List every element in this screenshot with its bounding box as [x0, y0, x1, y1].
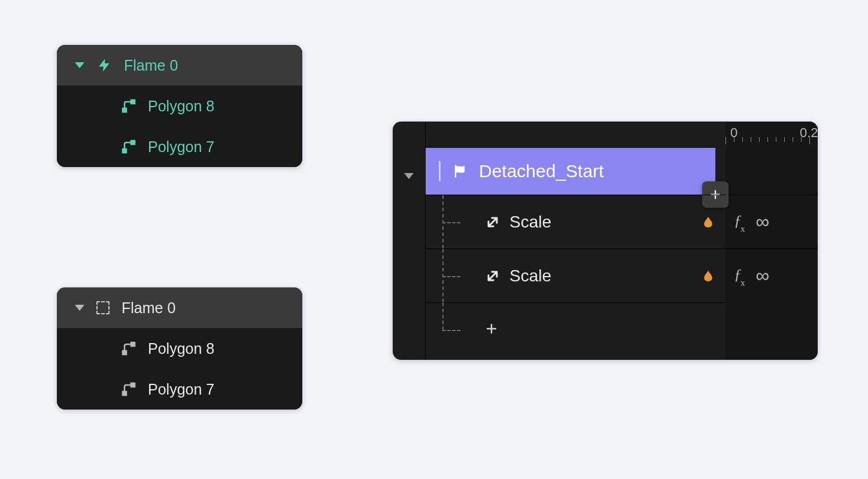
- svg-rect-5: [131, 342, 135, 346]
- timeline-panel: Detached_Start Scale: [393, 122, 818, 360]
- svg-rect-6: [123, 392, 126, 395]
- scale-arrow-icon: [484, 214, 501, 231]
- caret-down-icon[interactable]: [404, 173, 414, 179]
- track-marker-icon: [439, 161, 441, 181]
- property-controls: ƒx ∞: [726, 248, 818, 302]
- flag-icon: [451, 163, 468, 180]
- svg-rect-3: [131, 141, 135, 144]
- svg-rect-4: [123, 351, 126, 354]
- polygon-icon: [122, 382, 136, 396]
- property-row[interactable]: Scale: [426, 248, 726, 302]
- svg-rect-2: [123, 149, 126, 153]
- polygon-icon: [122, 99, 136, 113]
- hierarchy-child-row[interactable]: Polygon 8: [57, 328, 302, 369]
- tree-line: [426, 195, 484, 248]
- infinity-icon[interactable]: ∞: [756, 265, 770, 287]
- hierarchy-child-label: Polygon 7: [148, 138, 214, 156]
- ruler-ticks: [726, 137, 818, 144]
- hierarchy-child-row[interactable]: Polygon 7: [57, 369, 302, 410]
- placeholder-icon: [96, 301, 110, 314]
- scale-arrow-icon: [484, 268, 501, 284]
- keyframe-flag-icon[interactable]: [704, 217, 712, 228]
- fx-icon[interactable]: ƒx: [734, 266, 746, 286]
- hierarchy-parent-row[interactable]: Flame 0: [57, 45, 302, 86]
- polygon-icon: [122, 341, 136, 356]
- infinity-icon[interactable]: ∞: [756, 211, 770, 233]
- hierarchy-child-row[interactable]: Polygon 8: [57, 86, 302, 126]
- property-row[interactable]: Scale: [426, 195, 726, 248]
- hierarchy-parent-label: Flame 0: [122, 299, 175, 317]
- fx-icon[interactable]: ƒx: [734, 212, 746, 232]
- hierarchy-parent-label: Flame 0: [124, 57, 178, 74]
- timeline-track-header[interactable]: Detached_Start: [426, 148, 715, 195]
- hierarchy-parent-row[interactable]: Flame 0: [57, 287, 302, 328]
- timeline-collapse-gutter: [393, 122, 425, 360]
- timeline-ruler[interactable]: 0 0.2: [726, 122, 818, 148]
- keyframe-flag-icon[interactable]: [704, 271, 712, 281]
- track-name-label: Detached_Start: [479, 161, 603, 181]
- property-controls: ƒx ∞: [726, 195, 818, 248]
- hierarchy-panel-highlighted: Flame 0 Polygon 8 Polygon 7: [57, 45, 302, 167]
- hierarchy-child-label: Polygon 8: [148, 340, 214, 357]
- svg-rect-0: [123, 108, 126, 112]
- hierarchy-child-row[interactable]: Polygon 7: [57, 126, 302, 167]
- svg-rect-1: [131, 100, 135, 104]
- add-property-row[interactable]: [426, 302, 726, 356]
- bolt-icon: [96, 57, 112, 73]
- hierarchy-panel-normal: Flame 0 Polygon 8 Polygon 7: [57, 287, 302, 410]
- tree-line: [426, 249, 484, 302]
- hierarchy-child-label: Polygon 7: [148, 381, 214, 398]
- svg-rect-7: [131, 383, 135, 387]
- polygon-icon: [122, 140, 136, 154]
- property-label: Scale: [509, 213, 551, 232]
- plus-icon: [484, 322, 499, 338]
- caret-down-icon[interactable]: [75, 62, 84, 68]
- tree-line: [426, 303, 484, 356]
- hierarchy-child-label: Polygon 8: [148, 98, 214, 115]
- caret-down-icon[interactable]: [75, 305, 84, 311]
- property-label: Scale: [509, 266, 551, 286]
